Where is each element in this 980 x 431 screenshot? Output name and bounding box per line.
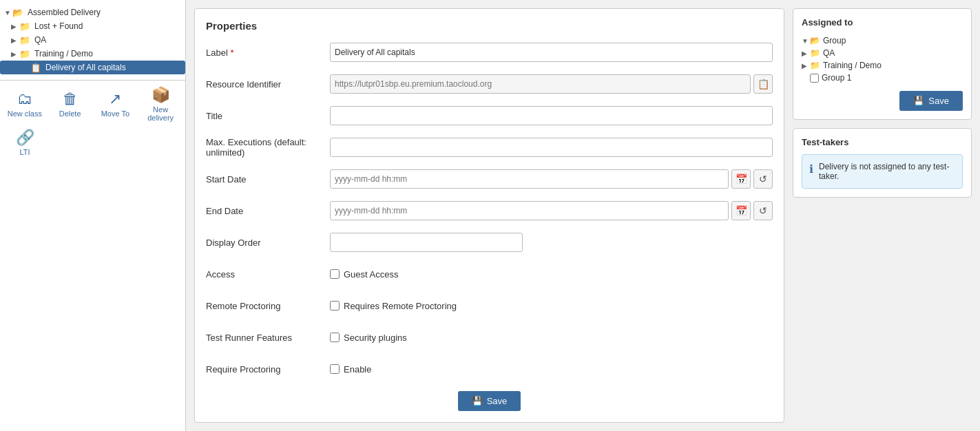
- toolbar-row: 🗂 New class 🗑 Delete ↗ Move To 📦 New del…: [3, 85, 183, 123]
- new-class-button[interactable]: 🗂 New class: [3, 85, 47, 123]
- title-input[interactable]: [330, 106, 773, 125]
- assign-tree-qa[interactable]: ▶ 📁 QA: [802, 47, 963, 59]
- arrow-icon: ▶: [802, 50, 810, 57]
- delivery-icon: 📋: [30, 63, 43, 72]
- display-order-input[interactable]: [330, 233, 523, 252]
- access-label: Access: [206, 269, 330, 280]
- calendar-icon: 📅: [736, 174, 747, 185]
- start-date-calendar-button[interactable]: 📅: [731, 169, 751, 189]
- test-runner-features-checkbox-label: Security plugins: [344, 333, 407, 343]
- tree-item-delivery-of-all-capitals[interactable]: 📋 Delivery of All capitals: [0, 61, 185, 74]
- folder-open-icon: 📂: [810, 36, 820, 45]
- new-class-icon: 🗂: [17, 90, 32, 108]
- save-row: 💾 Save: [206, 391, 773, 411]
- tree-item-qa[interactable]: ▶ 📁 QA: [0, 33, 185, 47]
- assigned-to-title: Assigned to: [802, 17, 963, 28]
- tree-item-training-demo[interactable]: ▶ 📁 Training / Demo: [0, 47, 185, 61]
- tree-section: ▼ 📂 Assembled Delivery ▶ 📁 Lost + Found …: [0, 0, 185, 80]
- folder-icon: 📁: [810, 48, 820, 58]
- title-label: Title: [206, 111, 330, 121]
- tree-item-assembled-delivery[interactable]: ▼ 📂 Assembled Delivery: [0, 6, 185, 19]
- assigned-to-save-label: Save: [928, 96, 949, 106]
- delete-button[interactable]: 🗑 Delete: [48, 85, 92, 123]
- arrow-icon: ▶: [11, 23, 19, 30]
- title-row: Title: [206, 105, 773, 127]
- reset-icon: ↺: [759, 205, 767, 216]
- group1-label: Group 1: [822, 73, 851, 83]
- tree-label: Lost + Found: [34, 21, 83, 31]
- assign-tree-group[interactable]: ▼ 📂 Group: [802, 34, 963, 47]
- qa-group-label: QA: [823, 48, 835, 58]
- test-runner-features-checkbox-row: Security plugins: [330, 333, 407, 343]
- end-date-input[interactable]: [330, 201, 729, 220]
- arrow-icon: ▶: [802, 62, 810, 70]
- test-runner-features-checkbox[interactable]: [330, 333, 340, 342]
- toolbar: 🗂 New class 🗑 Delete ↗ Move To 📦 New del…: [0, 80, 185, 166]
- assign-tree-training-demo[interactable]: ▶ 📁 Training / Demo: [802, 59, 963, 72]
- arrow-icon: ▶: [11, 36, 19, 44]
- move-to-icon: ↗: [109, 90, 121, 108]
- end-date-reset-button[interactable]: ↺: [753, 201, 773, 220]
- test-takers-panel: Test-takers ℹ Delivery is not assigned t…: [793, 128, 972, 198]
- group-label: Group: [823, 36, 846, 45]
- properties-save-label: Save: [487, 396, 508, 406]
- info-icon: ℹ: [809, 162, 813, 176]
- properties-title: Properties: [206, 20, 773, 32]
- main-content: Properties Label * Resource Identifier 📋: [186, 0, 980, 431]
- require-proctoring-checkbox[interactable]: [330, 364, 340, 374]
- assign-save-row: 💾 Save: [802, 91, 963, 111]
- display-order-label: Display Order: [206, 238, 330, 248]
- access-checkbox[interactable]: [330, 269, 340, 279]
- group1-checkbox[interactable]: [810, 74, 819, 83]
- require-proctoring-label: Require Proctoring: [206, 364, 330, 375]
- label-input[interactable]: [330, 43, 773, 62]
- calendar-icon: 📅: [736, 205, 747, 216]
- new-class-label: New class: [8, 109, 42, 118]
- resource-identifier-input[interactable]: [330, 74, 751, 94]
- remote-proctoring-checkbox[interactable]: [330, 301, 340, 311]
- tree-item-lost-found[interactable]: ▶ 📁 Lost + Found: [0, 19, 185, 33]
- label-row: Label *: [206, 41, 773, 63]
- start-date-label: Start Date: [206, 174, 330, 185]
- end-date-label: End Date: [206, 206, 330, 216]
- remote-proctoring-row: Remote Proctoring Requires Remote Procto…: [206, 295, 773, 317]
- end-date-wrapper: 📅 ↺: [330, 201, 773, 220]
- folder-icon: 📁: [19, 21, 32, 31]
- max-executions-label: Max. Executions (default: unlimited): [206, 137, 330, 158]
- training-demo-group-label: Training / Demo: [823, 61, 882, 70]
- arrow-icon: ▼: [802, 37, 810, 45]
- folder-icon: 📁: [810, 61, 820, 70]
- remote-proctoring-label: Remote Proctoring: [206, 301, 330, 311]
- folder-icon: 📁: [19, 49, 32, 59]
- delete-label: Delete: [59, 109, 81, 118]
- tree-label: Assembled Delivery: [28, 8, 101, 17]
- copy-resource-button[interactable]: 📋: [753, 74, 773, 94]
- test-runner-features-label: Test Runner Features: [206, 333, 330, 343]
- require-proctoring-row: Require Proctoring Enable: [206, 358, 773, 380]
- assign-tree: ▼ 📂 Group ▶ 📁 QA ▶ 📁 Training / D: [802, 34, 963, 84]
- properties-save-button[interactable]: 💾 Save: [458, 391, 521, 411]
- new-delivery-button[interactable]: 📦 New delivery: [138, 85, 183, 123]
- lti-button[interactable]: 🔗 LTI: [3, 123, 47, 162]
- new-delivery-label: New delivery: [141, 105, 180, 122]
- save-icon: 💾: [913, 96, 924, 106]
- delete-icon: 🗑: [63, 90, 78, 108]
- right-panels: Assigned to ▼ 📂 Group ▶ 📁 QA: [793, 8, 972, 423]
- test-takers-info-message: Delivery is not assigned to any test-tak…: [819, 162, 955, 181]
- max-executions-input[interactable]: [330, 138, 773, 157]
- start-date-reset-button[interactable]: ↺: [753, 169, 773, 189]
- assigned-to-save-button[interactable]: 💾 Save: [899, 91, 963, 111]
- main-top: Properties Label * Resource Identifier 📋: [194, 8, 972, 423]
- access-checkbox-row: Guest Access: [330, 269, 398, 280]
- assign-tree-group1[interactable]: Group 1: [802, 72, 963, 84]
- move-to-button[interactable]: ↗ Move To: [94, 85, 138, 123]
- tree-label: QA: [34, 35, 46, 45]
- access-row: Access Guest Access: [206, 263, 773, 285]
- save-icon: 💾: [472, 396, 483, 406]
- end-date-calendar-button[interactable]: 📅: [731, 201, 751, 220]
- require-proctoring-checkbox-label: Enable: [344, 364, 371, 375]
- access-checkbox-label: Guest Access: [344, 269, 398, 280]
- sidebar: ▼ 📂 Assembled Delivery ▶ 📁 Lost + Found …: [0, 0, 186, 431]
- start-date-input[interactable]: [330, 169, 729, 189]
- require-proctoring-checkbox-row: Enable: [330, 364, 371, 375]
